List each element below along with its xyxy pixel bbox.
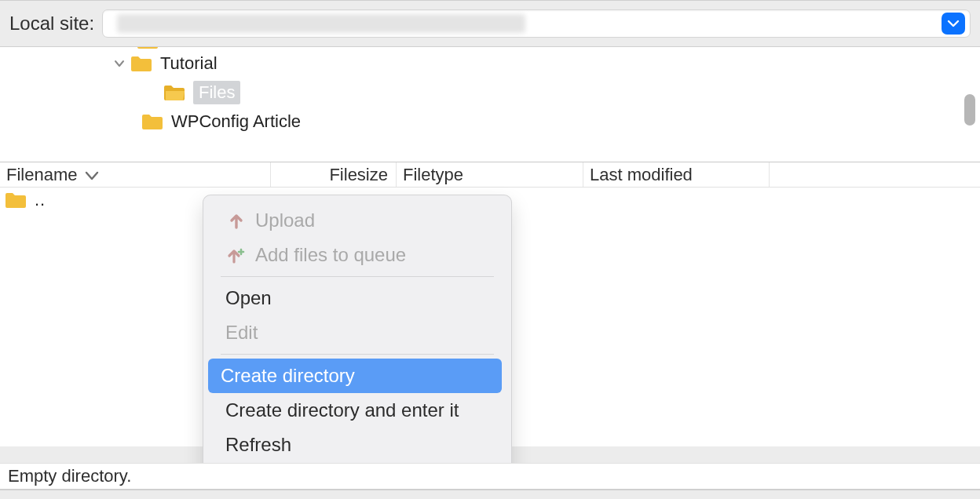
header-tail <box>770 162 980 187</box>
tree-item-label: WPConfig Article <box>171 111 301 132</box>
tree-row[interactable]: Tutorial <box>112 49 980 78</box>
menu-item-label: Create directory <box>221 365 355 387</box>
header-filename[interactable]: Filename <box>0 162 271 187</box>
header-filetype[interactable]: Filetype <box>397 162 583 187</box>
upload-plus-icon <box>225 244 247 266</box>
menu-item-refresh[interactable]: Refresh <box>203 428 511 462</box>
header-lastmodified[interactable]: Last modified <box>583 162 770 187</box>
upload-arrow-icon <box>225 209 247 231</box>
local-tree-pane[interactable]: To Sort Tutorial Files <box>0 47 980 162</box>
folder-icon <box>130 55 152 72</box>
folder-icon <box>137 47 159 49</box>
header-label: Filename <box>6 165 77 185</box>
chevron-right-icon[interactable] <box>118 47 133 49</box>
header-label: Filesize <box>329 165 388 185</box>
bottom-chrome <box>0 490 980 499</box>
menu-item-create-directory-enter[interactable]: Create directory and enter it <box>203 393 511 428</box>
folder-icon <box>141 113 163 130</box>
menu-item-upload: Upload <box>203 203 511 238</box>
tree-item-label: Tutorial <box>160 53 218 74</box>
local-path-combobox[interactable] <box>102 9 971 38</box>
menu-item-edit: Edit <box>203 315 511 350</box>
menu-item-label: Upload <box>255 209 315 231</box>
chevron-down-icon[interactable] <box>112 56 127 71</box>
menu-separator <box>221 354 494 355</box>
tree-item-label: To Sort <box>166 47 221 51</box>
menu-item-label: Edit <box>225 322 258 344</box>
status-bar: Empty directory. <box>0 463 980 490</box>
header-label: Filetype <box>403 165 463 185</box>
status-text: Empty directory. <box>8 466 131 486</box>
tree-row[interactable]: WPConfig Article <box>141 107 980 136</box>
menu-item-open[interactable]: Open <box>203 281 511 315</box>
sort-chevron-down-icon <box>85 165 99 185</box>
folder-open-icon <box>163 84 185 101</box>
menu-item-label: Open <box>225 287 272 309</box>
parent-dots: .. <box>35 190 46 210</box>
context-menu: Upload Add files to queue Open Edit Crea… <box>203 195 512 481</box>
tree-row-selected[interactable]: Files <box>163 78 980 107</box>
header-filesize[interactable]: Filesize <box>271 162 397 187</box>
menu-item-create-directory[interactable]: Create directory <box>203 359 511 393</box>
chevron-down-icon <box>947 19 960 28</box>
menu-separator <box>221 276 494 277</box>
scrollbar-thumb[interactable] <box>964 94 975 126</box>
menu-item-label: Add files to queue <box>255 244 406 266</box>
header-label: Last modified <box>590 165 693 185</box>
menu-item-label: Create directory and enter it <box>225 399 459 421</box>
local-site-toolbar: Local site: <box>0 0 980 47</box>
local-path-dropdown-button[interactable] <box>942 13 965 35</box>
tree-item-label: Files <box>193 81 240 104</box>
menu-item-label: Refresh <box>225 434 291 456</box>
local-site-label: Local site: <box>9 13 94 35</box>
folder-icon <box>5 191 27 209</box>
local-path-blurred <box>117 14 525 33</box>
menu-item-add-to-queue: Add files to queue <box>203 238 511 272</box>
file-list-headers: Filename Filesize Filetype Last modified <box>0 162 980 188</box>
